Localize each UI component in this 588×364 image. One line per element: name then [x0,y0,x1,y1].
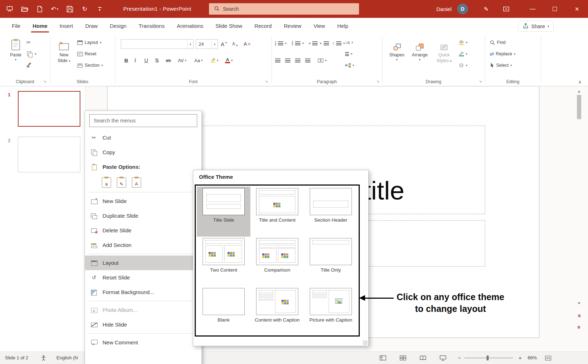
paragraph-dialog-launcher-icon[interactable]: ↘ [377,79,379,83]
tab-insert[interactable]: Insert [54,18,79,34]
ribbon-display-options-icon[interactable] [502,4,511,14]
ink-pen-icon[interactable]: ✎ [482,4,491,14]
select-button[interactable]: Select▾ [490,61,512,70]
strikethrough-button[interactable]: ab [166,56,171,65]
font-color-button[interactable]: A▾ [225,56,233,65]
previous-slide-button[interactable]: » [576,311,582,320]
change-case-button[interactable]: Aa▾ [194,56,203,65]
menu-item-layout[interactable]: Layout› [85,256,201,270]
increase-font-size-button[interactable]: A▴ [221,39,227,49]
tab-animations[interactable]: Animations [171,18,209,34]
format-painter-button[interactable] [26,61,31,70]
columns-button[interactable]: ▾ [318,56,327,65]
layout-button[interactable]: Layout▾ [77,38,101,47]
shape-fill-button[interactable]: ▾ [459,38,467,47]
scroll-up-icon[interactable]: ▴ [576,87,582,95]
powerpoint-logo-icon[interactable] [6,5,14,13]
convert-to-smartart-button[interactable]: ▾ [345,61,354,70]
menu-item-cut[interactable]: Cut [85,130,201,145]
scrollbar-thumb[interactable] [577,95,581,119]
collapse-ribbon-icon[interactable]: ∧ [578,79,582,85]
layout-option-picture-with-caption[interactable]: Picture with Caption [304,287,358,337]
italic-button[interactable]: I [134,56,136,65]
tab-draw[interactable]: Draw [79,18,104,34]
menu-search-input[interactable]: Search the menus [89,114,197,127]
align-right-button[interactable] [295,56,300,65]
menu-item-format-background[interactable]: Format Background... [85,285,201,299]
zoom-out-button[interactable]: − [456,354,463,361]
increase-indent-button[interactable]: ▸ [320,39,329,48]
zoom-slider-knob[interactable] [487,355,489,360]
decrease-font-size-button[interactable]: A▾ [232,39,238,49]
character-spacing-button[interactable]: AV▾ [178,56,186,65]
menu-item-copy[interactable]: Copy [85,145,201,160]
paste-button[interactable]: Paste ▾ [7,37,24,62]
section-button[interactable]: Section▾ [77,61,103,70]
reading-view-button[interactable] [419,355,427,361]
fit-slide-to-window-button[interactable] [544,355,552,361]
next-slide-button[interactable]: » [576,323,582,332]
maximize-button[interactable] [544,0,566,18]
minimize-button[interactable]: — [522,0,544,18]
menu-item-photo-album[interactable]: Photo Album... [85,303,201,317]
font-dialog-launcher-icon[interactable]: ↘ [265,79,268,83]
user-name[interactable]: Daniel [436,6,452,12]
share-button[interactable]: Share ▾ [518,21,554,32]
tab-transitions[interactable]: Transitions [133,18,171,34]
shape-effects-button[interactable]: ▾ [459,61,467,70]
layout-option-two-content[interactable]: Two Content [197,237,250,287]
zoom-level[interactable]: 66% [528,355,537,360]
layout-option-section-header[interactable]: Section Header [304,187,358,237]
line-spacing-button[interactable]: ↕▾ [332,39,345,48]
tab-record[interactable]: Record [248,18,278,34]
bullets-button[interactable]: ▾ [275,39,286,48]
arrange-button[interactable]: Arrange ▾ [409,37,430,62]
align-text-button[interactable]: ▾ [345,49,352,59]
slideshow-button[interactable] [439,355,447,361]
slide-sorter-button[interactable] [399,355,407,361]
replace-button[interactable]: ⇄Replace▾ [490,49,515,59]
tab-review[interactable]: Review [278,18,308,34]
justify-button[interactable] [305,56,310,65]
redo-icon[interactable]: ↻ [81,5,89,13]
layout-option-comparison[interactable]: Comparison [250,237,304,287]
layout-option-blank[interactable]: Blank [197,287,250,337]
clipboard-dialog-launcher-icon[interactable]: ↘ [44,79,46,83]
slide-2-thumbnail[interactable] [18,137,80,172]
use-destination-theme-button[interactable]: a [102,177,111,188]
font-name-combobox[interactable]: ▾ [121,39,194,49]
resize-grip[interactable] [363,340,368,345]
text-shadow-button[interactable]: S [155,56,159,65]
search-box[interactable]: Search [209,3,359,15]
open-file-icon[interactable] [21,5,29,13]
normal-view-button[interactable] [379,355,387,361]
zoom-in-button[interactable]: + [517,354,524,361]
menu-item-delete-slide[interactable]: Delete Slide [85,223,201,238]
tab-home[interactable]: Home [26,18,54,34]
text-direction-button[interactable]: ↕a▾ [345,38,353,47]
new-file-icon[interactable] [36,5,44,13]
font-name-dropdown-icon[interactable]: ▾ [187,40,193,49]
slide-1-thumbnail[interactable] [18,91,80,127]
layout-option-title-slide[interactable]: Title Slide [197,187,250,237]
undo-icon[interactable]: ↶▾ [51,5,59,13]
language-indicator[interactable]: English (N [56,355,78,360]
menu-item-duplicate-slide[interactable]: Duplicate Slide [85,208,201,223]
save-icon[interactable] [66,5,74,13]
keep-source-formatting-button[interactable]: ✎ [117,177,126,188]
scroll-down-icon[interactable]: ▾ [576,299,582,307]
menu-item-new-comment[interactable]: New Comment [85,335,201,350]
menu-item-new-slide[interactable]: New Slide [85,194,201,208]
bold-button[interactable]: B [124,56,128,65]
tab-view[interactable]: View [308,18,331,34]
numbering-button[interactable]: 123▾ [291,39,304,48]
layout-option-content-with-caption[interactable]: Content with Caption [250,287,304,337]
customize-quick-access-icon[interactable]: ▾ [96,5,104,13]
new-slide-button[interactable]: New Slide ▾ [54,37,74,64]
layout-option-title-only[interactable]: Title Only [304,237,358,287]
close-button[interactable]: × [566,0,588,18]
keep-text-only-button[interactable]: A [132,177,141,188]
layout-option-title-and-content[interactable]: Title and Content [250,187,304,237]
find-button[interactable]: Find [490,38,505,47]
accessibility-icon[interactable] [40,355,47,361]
